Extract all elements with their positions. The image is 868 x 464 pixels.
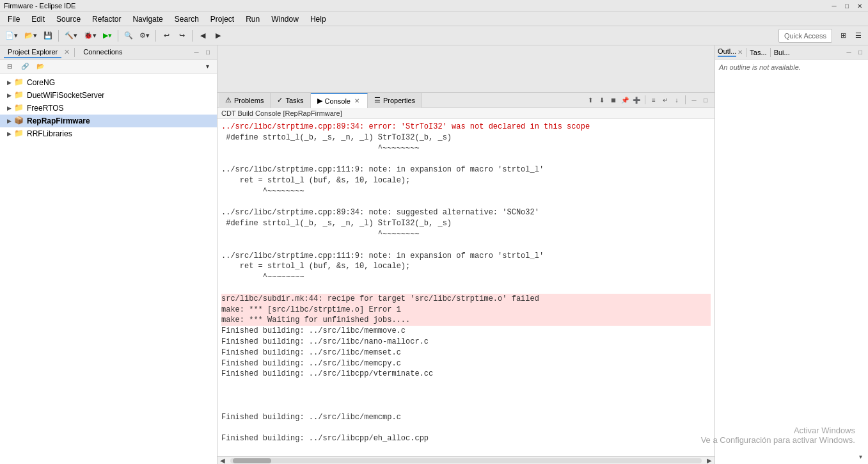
menu-window[interactable]: Window bbox=[266, 13, 304, 25]
tree-arrow-rrflib: ▶ bbox=[5, 130, 13, 138]
console-wrap-btn[interactable]: ↵ bbox=[660, 95, 670, 106]
console-new-btn[interactable]: ➕ bbox=[631, 95, 642, 106]
menu-file[interactable]: File bbox=[3, 13, 25, 25]
filter-btn[interactable]: ▾ bbox=[200, 60, 214, 74]
toolbar-prev-btn[interactable]: ◀ bbox=[196, 29, 210, 43]
right-panel-min[interactable]: ─ bbox=[844, 47, 854, 58]
build-tab[interactable]: Bui... bbox=[774, 49, 790, 56]
console-line-14: make: *** Waiting for unfinished jobs...… bbox=[221, 315, 711, 326]
console-clear-btn[interactable]: ⬆ bbox=[585, 95, 596, 106]
tab-console-close[interactable]: ✕ bbox=[353, 97, 361, 105]
tree-arrow-freertos: ▶ bbox=[5, 104, 13, 112]
console-line-blank5 bbox=[221, 380, 711, 390]
toolbar-settings-btn[interactable]: ⚙▾ bbox=[137, 29, 152, 43]
menu-project[interactable]: Project bbox=[205, 13, 239, 25]
toolbar-undo-btn[interactable]: ↩ bbox=[159, 29, 173, 43]
outline-message: An outline is not available. bbox=[719, 63, 801, 71]
right-panel-max[interactable]: □ bbox=[855, 47, 865, 58]
scroll-track bbox=[230, 458, 702, 463]
quick-access-input[interactable]: Quick Access bbox=[778, 29, 832, 43]
problems-icon: ⚠ bbox=[225, 96, 232, 104]
console-title: CDT Build Console [RepRapFirmware] bbox=[221, 109, 342, 117]
tab-close-explorer[interactable]: ✕ bbox=[64, 48, 70, 56]
menu-edit[interactable]: Edit bbox=[26, 13, 50, 25]
menu-run[interactable]: Run bbox=[241, 13, 265, 25]
close-button[interactable]: ✕ bbox=[855, 1, 864, 10]
main-layout: Project Explorer ✕ Connections ─ □ ⊟ 🔗 📂… bbox=[0, 45, 868, 464]
toolbar-next-btn[interactable]: ▶ bbox=[211, 29, 225, 43]
console-pin-btn[interactable]: 📌 bbox=[620, 95, 630, 106]
tab-connections[interactable]: Connections bbox=[79, 47, 126, 58]
tab-problems-label: Problems bbox=[234, 97, 264, 104]
collapse-all-btn[interactable]: ⊟ bbox=[3, 60, 17, 74]
scroll-right-arrow[interactable]: ▶ bbox=[704, 457, 714, 464]
panel-minimize-btn[interactable]: ─ bbox=[191, 47, 201, 58]
console-stop-btn[interactable]: ⏹ bbox=[608, 95, 619, 106]
outline-settings-btn[interactable]: ▾ bbox=[855, 451, 865, 461]
console-line-21: Finished building: ../src/libcpp/eh_allo… bbox=[221, 433, 711, 444]
new-folder-btn[interactable]: 📂 bbox=[33, 60, 47, 74]
menu-navigate[interactable]: Navigate bbox=[127, 13, 168, 25]
panel-maximize-btn[interactable]: □ bbox=[203, 47, 213, 58]
console-line-3: ../src/libc/strptime.cpp:111:9: note: in… bbox=[221, 164, 711, 175]
tree-item-duet[interactable]: ▶ 📁 DuetWiFiSocketServer bbox=[0, 89, 217, 102]
quick-access-label: Quick Access bbox=[784, 32, 826, 40]
menu-search[interactable]: Search bbox=[170, 13, 204, 25]
panel-max-btn[interactable]: □ bbox=[700, 95, 711, 106]
toolbar-redo-btn[interactable]: ↪ bbox=[175, 29, 189, 43]
console-line-11: ^~~~~~~~~ bbox=[221, 272, 711, 283]
tree-item-reprap[interactable]: ▶ 📦 RepRapFirmware bbox=[0, 115, 217, 127]
tab-console[interactable]: ▶ Console ✕ bbox=[311, 93, 368, 108]
link-editor-btn[interactable]: 🔗 bbox=[18, 60, 32, 74]
right-sep bbox=[746, 48, 746, 57]
toolbar-layout-btn[interactable]: ⊞ bbox=[836, 29, 850, 43]
outline-close[interactable]: ✕ bbox=[738, 49, 743, 56]
tree-label-coreng: CoreNG bbox=[27, 78, 55, 87]
tree-item-rrflib[interactable]: ▶ 📁 RRFLibraries bbox=[0, 127, 217, 140]
console-line-9: ../src/libc/strptime.cpp:111:9: note: in… bbox=[221, 251, 711, 262]
tasks-tab[interactable]: Tas... bbox=[750, 49, 766, 56]
console-down-btn[interactable]: ⬇ bbox=[597, 95, 607, 106]
toolbar-sep-4 bbox=[192, 30, 193, 42]
console-format-btn[interactable]: ≡ bbox=[649, 95, 659, 106]
toolbar-debug-btn[interactable]: 🐞▾ bbox=[81, 29, 99, 43]
toolbar-save-btn[interactable]: 💾 bbox=[41, 29, 55, 43]
tree-item-freertos[interactable]: ▶ 📁 FreeRTOS bbox=[0, 102, 217, 115]
console-scroll-btn[interactable]: ↓ bbox=[672, 95, 682, 106]
tab-tasks[interactable]: ✓ Tasks bbox=[271, 93, 310, 108]
toolbar-perspective-btn[interactable]: ☰ bbox=[851, 29, 865, 43]
title-bar: Firmware - Eclipse IDE ─ □ ✕ bbox=[0, 0, 868, 12]
tab-project-explorer[interactable]: Project Explorer bbox=[4, 47, 61, 58]
console-output[interactable]: ../src/libc/strptime.cpp:89:34: error: '… bbox=[217, 119, 714, 456]
toolbar-search-btn[interactable]: 🔍 bbox=[122, 29, 136, 43]
tab-problems[interactable]: ⚠ Problems bbox=[219, 93, 271, 108]
tree-label-reprap: RepRapFirmware bbox=[27, 116, 90, 125]
tree-arrow-reprap: ▶ bbox=[5, 117, 13, 125]
menu-refactor[interactable]: Refactor bbox=[87, 13, 126, 25]
toolbar-run-btn[interactable]: ▶▾ bbox=[100, 29, 114, 43]
outline-tab[interactable]: Outl... bbox=[718, 47, 736, 57]
console-scrollbar[interactable]: ◀ ▶ bbox=[217, 456, 714, 464]
menu-source[interactable]: Source bbox=[51, 13, 86, 25]
console-line-blank6 bbox=[221, 390, 711, 401]
menu-help[interactable]: Help bbox=[305, 13, 331, 25]
toolbar-new-btn[interactable]: 📄▾ bbox=[3, 29, 20, 43]
tree-item-coreng[interactable]: ▶ 📁 CoreNG bbox=[0, 76, 217, 89]
toolbar-open-btn[interactable]: 📂▾ bbox=[22, 29, 40, 43]
console-line-12: src/libc/subdir.mk:44: recipe for target… bbox=[221, 294, 711, 305]
maximize-button[interactable]: □ bbox=[842, 1, 851, 10]
minimize-button[interactable]: ─ bbox=[830, 1, 839, 10]
console-line-15: Finished building: ../src/libc/memmove.c bbox=[221, 326, 711, 337]
tab-properties[interactable]: ☰ Properties bbox=[368, 93, 422, 108]
folder-icon-coreng: 📁 bbox=[14, 77, 24, 88]
right-panel: Outl... ✕ Tas... Bui... ─ □ An outline i… bbox=[714, 45, 868, 464]
console-line-0: ../src/libc/strptime.cpp:89:34: error: '… bbox=[221, 122, 711, 132]
console-line-4: ret = strtol_l (buf, &s, 10, locale); bbox=[221, 175, 711, 186]
right-panel-content: An outline is not available. bbox=[715, 60, 868, 449]
scroll-left-arrow[interactable]: ◀ bbox=[217, 457, 228, 464]
console-line-18: Finished building: ../src/libc/memcpy.c bbox=[221, 358, 711, 369]
panel-min-btn[interactable]: ─ bbox=[689, 95, 699, 106]
toolbar-build-btn[interactable]: 🔨▾ bbox=[62, 29, 80, 43]
project-icon-reprap: 📦 bbox=[14, 116, 24, 126]
tree-label-duet: DuetWiFiSocketServer bbox=[27, 91, 104, 100]
